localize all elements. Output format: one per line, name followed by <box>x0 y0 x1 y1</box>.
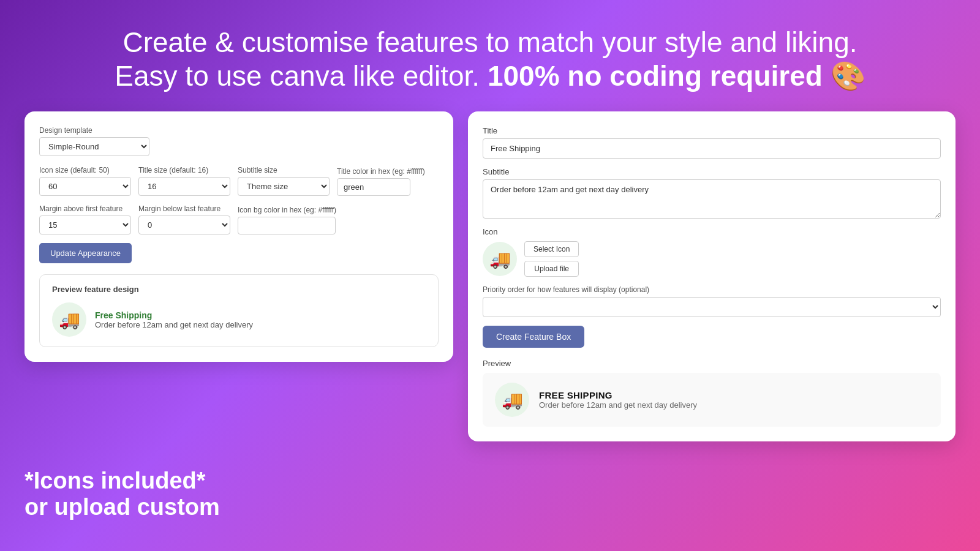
hero-section: Create & customise features to match you… <box>0 0 980 111</box>
priority-label: Priority order for how features will dis… <box>483 285 941 294</box>
subtitle-group: Subtitle Order before 12am and get next … <box>483 167 941 219</box>
hero-line2-normal: Easy to use canva like editor. <box>115 60 480 92</box>
icon-buttons: Select Icon Upload file <box>524 241 579 277</box>
create-feature-box-button[interactable]: Create Feature Box <box>483 326 584 348</box>
bottom-text: *Icons included* or upload custom <box>24 468 220 520</box>
icon-section: Icon 🚚 Select Icon Upload file <box>483 227 941 277</box>
subtitle-textarea[interactable]: Order before 12am and get next day deliv… <box>483 179 941 219</box>
margin-below-label: Margin below last feature <box>138 204 230 213</box>
preview-text-left: Free Shipping Order before 12am and get … <box>95 310 253 329</box>
preview-right-box: 🚚 FREE SHIPPING Order before 12am and ge… <box>483 373 941 427</box>
preview-item: 🚚 Free Shipping Order before 12am and ge… <box>52 302 426 337</box>
preview-feature-label: Preview feature design <box>52 285 426 294</box>
icon-bg-label: Icon bg color in hex (eg: #ffffff) <box>238 206 336 214</box>
icon-size-select[interactable]: 60 50 40 70 <box>39 177 131 196</box>
title-size-select[interactable]: 16 14 18 20 <box>138 177 230 196</box>
title-color-group: Title color in hex (eg: #ffffff) <box>337 167 425 196</box>
hero-line1: Create & customise features to match you… <box>49 26 931 59</box>
margin-below-select[interactable]: 0 5 10 15 <box>138 216 230 234</box>
hero-emoji: 🎨 <box>831 60 865 92</box>
subtitle-field-label: Subtitle <box>483 167 941 176</box>
icon-bg-input[interactable] <box>238 217 336 234</box>
bottom-line2: or upload custom <box>24 494 220 520</box>
form-row-2: Margin above first feature 15 0 10 20 Ma… <box>39 204 439 234</box>
form-row-1: Icon size (default: 50) 60 50 40 70 Titl… <box>39 166 439 196</box>
title-field-label: Title <box>483 126 941 135</box>
preview-feature-section: Preview feature design 🚚 Free Shipping O… <box>39 274 439 347</box>
margin-above-label: Margin above first feature <box>39 204 131 213</box>
truck-icon-preview-right: 🚚 <box>495 383 529 417</box>
title-input[interactable] <box>483 138 941 159</box>
margin-below-group: Margin below last feature 0 5 10 15 <box>138 204 230 234</box>
design-template-label: Design template <box>39 126 439 135</box>
title-size-label: Title size (default: 16) <box>138 166 230 174</box>
title-color-input[interactable] <box>337 178 410 196</box>
icon-bg-group: Icon bg color in hex (eg: #ffffff) <box>238 206 336 234</box>
preview-right-label: Preview <box>483 359 941 368</box>
hero-line2: Easy to use canva like editor. 100% no c… <box>49 59 931 93</box>
preview-right-text: FREE SHIPPING Order before 12am and get … <box>539 390 697 410</box>
select-icon-button[interactable]: Select Icon <box>524 241 579 257</box>
subtitle-size-select[interactable]: Theme size 12 14 16 <box>238 177 330 196</box>
margin-above-group: Margin above first feature 15 0 10 20 <box>39 204 131 234</box>
update-appearance-button[interactable]: Update Appearance <box>39 243 132 263</box>
upload-file-button[interactable]: Upload file <box>524 261 579 277</box>
subtitle-size-label: Subtitle size <box>238 166 330 174</box>
preview-right-section: Preview 🚚 FREE SHIPPING Order before 12a… <box>483 359 941 427</box>
preview-title-left: Free Shipping <box>95 310 253 320</box>
priority-section: Priority order for how features will dis… <box>483 285 941 326</box>
truck-icon-left: 🚚 <box>52 302 86 337</box>
title-color-label: Title color in hex (eg: #ffffff) <box>337 167 425 176</box>
panels-row: Design template Simple-Round Round Simpl… <box>0 111 980 441</box>
preview-subtitle-left: Order before 12am and get next day deliv… <box>95 320 253 329</box>
preview-right-title: FREE SHIPPING <box>539 390 697 400</box>
icon-size-group: Icon size (default: 50) 60 50 40 70 <box>39 166 131 196</box>
subtitle-size-group: Subtitle size Theme size 12 14 16 <box>238 166 330 196</box>
margin-above-select[interactable]: 15 0 10 20 <box>39 216 131 234</box>
left-panel: Design template Simple-Round Round Simpl… <box>24 111 453 362</box>
preview-right-subtitle: Order before 12am and get next day deliv… <box>539 400 697 410</box>
design-template-select[interactable]: Simple-Round Round Simple Minimal Bold <box>39 137 149 156</box>
icon-field-label: Icon <box>483 227 941 236</box>
hero-line2-bold: 100% no coding required <box>488 60 823 92</box>
icon-size-label: Icon size (default: 50) <box>39 166 131 174</box>
title-group: Title <box>483 126 941 159</box>
icon-controls: 🚚 Select Icon Upload file <box>483 241 941 277</box>
title-size-group: Title size (default: 16) 16 14 18 20 <box>138 166 230 196</box>
bottom-line1: *Icons included* <box>24 468 220 494</box>
truck-icon-right: 🚚 <box>483 242 517 276</box>
priority-select[interactable]: 1 2 3 <box>483 297 941 317</box>
right-panel: Title Subtitle Order before 12am and get… <box>468 111 956 441</box>
